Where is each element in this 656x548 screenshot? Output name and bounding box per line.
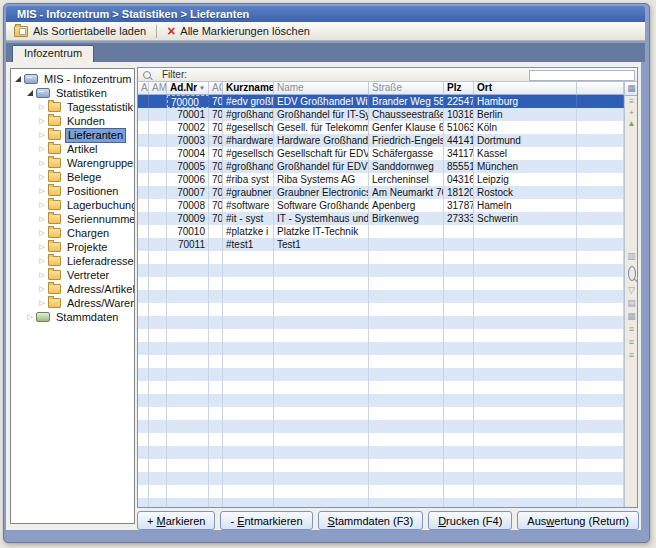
collapsed-arrow-icon[interactable]: ▷ [37,240,47,254]
table-row[interactable]: 7000270#gesellschGesell. für Telekommuni… [138,121,624,134]
table-row[interactable]: 7000570#großhandeGroßhandel für EDV Hutn… [138,160,624,173]
collapsed-arrow-icon[interactable]: ▷ [37,212,47,226]
empty-cell [444,498,474,507]
list-green-icon-3[interactable]: ≡ [625,349,638,362]
column-chooser-icon[interactable]: ▦ [625,82,638,96]
table-row[interactable]: 70011#test1Test1 [138,238,624,251]
tree-item-chargen[interactable]: ▷Chargen [11,226,134,240]
grid-layout-icon[interactable]: ▤ [625,297,638,310]
tree-item-projekte[interactable]: ▷Projekte [11,240,134,254]
scroll-up-icon[interactable]: ▲ [625,118,638,129]
list-green-icon-1[interactable]: ≡ [625,323,638,336]
cell-adnr: 70011 [167,238,209,251]
clear-marks-button[interactable]: × Alle Markierungen löschen [159,23,318,39]
collapsed-arrow-icon[interactable]: ▷ [37,296,47,310]
tree-item-label: Stammdaten [54,311,120,324]
empty-cell [138,394,149,407]
stammdaten-button[interactable]: Stammdaten (F3) [318,511,424,530]
empty-cell [474,342,577,355]
tree-item-tagesstatistik[interactable]: ▷Tagesstatistik [11,100,134,114]
columns-icon[interactable]: ▥ [625,250,638,263]
collapsed-arrow-icon[interactable]: ▷ [37,128,47,142]
empty-cell [167,394,209,407]
empty-cell [444,251,474,264]
column-header-ad-nr[interactable]: Ad.Nr▼ [167,82,209,95]
search-icon[interactable] [628,266,636,281]
collapsed-arrow-icon[interactable]: ▷ [37,268,47,282]
cell-strasse: Schäfergasse [369,147,444,160]
table-row[interactable]: 70010#platzke iPlatzke IT-Technik [138,225,624,238]
table-row[interactable]: 7000770#graubnerGraubner Electronics Gmb… [138,186,624,199]
table-row[interactable]: 7000470#gesellschGesellschaft für EDV - … [138,147,624,160]
tree-item-belege[interactable]: ▷Belege [11,170,134,184]
entmarkieren-button[interactable]: - Entmarkieren [220,511,312,530]
collapsed-arrow-icon[interactable]: ▷ [37,282,47,296]
tree-item-warengruppen[interactable]: ▷Warengruppen [11,156,134,170]
row-status-cell [138,160,149,173]
button-label-pre: Aus [527,515,546,527]
table-row[interactable]: 7000870#softwareSoftware Großhandel Lübk… [138,199,624,212]
column-header-name[interactable]: Name [274,82,369,95]
column-header-label: A [141,82,148,94]
load-table-icon [14,26,28,37]
scroll-plus-icon[interactable]: + [625,107,638,118]
list-green-icon-2[interactable]: ≡ [625,336,638,349]
column-header-ort[interactable]: Ort [474,82,577,95]
table-row[interactable]: 7000370#hardwareHardware Großhandel Dort… [138,134,624,147]
table-row[interactable]: 7000170#großhandeGroßhandel für IT-Syste… [138,108,624,121]
filter-input[interactable] [529,70,635,81]
tree-item-statistiken[interactable]: Statistiken [11,86,134,100]
tree-item-seriennummern[interactable]: ▷Seriennummern [11,212,134,226]
collapsed-arrow-icon[interactable]: ▷ [37,254,47,268]
collapsed-arrow-icon[interactable]: ▷ [37,156,47,170]
empty-cell [223,394,274,407]
tab-infozentrum[interactable]: Infozentrum [12,45,94,62]
tree-item-vertreter[interactable]: ▷Vertreter [11,268,134,282]
tree-item-lieferadressen[interactable]: ▷Lieferadressen [11,254,134,268]
collapsed-arrow-icon[interactable]: ▷ [37,226,47,240]
collapsed-arrow-icon[interactable]: ▷ [37,142,47,156]
column-header-a[interactable]: A [138,82,149,95]
markieren-button[interactable]: + Markieren [137,511,215,530]
column-header-am[interactable]: AM [149,82,167,95]
tree-item-lieferanten[interactable]: ▷Lieferanten [11,128,134,142]
tree-item-artikel[interactable]: ▷Artikel [11,142,134,156]
cell-am [149,238,167,251]
cell-strasse: Genfer Klause 62 [369,121,444,134]
cards-icon[interactable]: ▦ [625,310,638,323]
cell-ag: 70 [209,134,223,147]
scroll-lines-icon[interactable]: ≡ [625,96,638,107]
collapsed-arrow-icon[interactable]: ▷ [37,184,47,198]
grid-nav-icons: ≡+▲ [625,96,638,129]
tree-item-mis-infozentrum[interactable]: MIS - Infozentrum [11,72,134,86]
collapsed-arrow-icon[interactable]: ▷ [37,114,47,128]
auswertung-button[interactable]: Auswertung (Return) [517,511,639,530]
empty-cell [369,368,444,381]
table-row[interactable]: 7000070#edv großhEDV Großhandel Winkler … [138,95,624,108]
grid-scroll-strip[interactable]: ▦ ≡+▲ ▥▽▤▦≡≡≡ [624,82,638,507]
column-header-straße[interactable]: Straße [369,82,444,95]
collapsed-arrow-icon[interactable]: ▷ [37,170,47,184]
empty-cell [209,264,223,277]
cell-plz: 31787 [444,199,474,212]
tree-item-positionen[interactable]: ▷Positionen [11,184,134,198]
load-sort-table-button[interactable]: Als Sortiertabelle laden [6,23,154,39]
collapsed-arrow-icon[interactable]: ▷ [37,198,47,212]
column-header-kurzname[interactable]: Kurzname [223,82,274,95]
column-header-ag[interactable]: AG [209,82,223,95]
column-header-plz[interactable]: Plz [444,82,474,95]
tree-item-lagerbuchungen[interactable]: ▷Lagerbuchungen [11,198,134,212]
tree-item-stammdaten[interactable]: ▷Stammdaten [11,310,134,324]
filter-icon[interactable]: ▽ [625,284,638,297]
tree-item-adress-warengruppen[interactable]: ▷Adress/Warengruppen [11,296,134,310]
drucken-button[interactable]: Drucken (F4) [428,511,512,530]
table-row[interactable]: 7000670#riba systRiba Systems AGLercheni… [138,173,624,186]
table-row[interactable]: 7000970#it - systIT - Systemhaus und Gro… [138,212,624,225]
tree-item-adress-artikel[interactable]: ▷Adress/Artikel [11,282,134,296]
button-label-post: ntmarkieren [244,515,302,527]
empty-cell [274,472,369,485]
column-header-empty[interactable] [577,82,624,95]
tree-item-kunden[interactable]: ▷Kunden [11,114,134,128]
collapsed-arrow-icon[interactable]: ▷ [37,100,47,114]
collapsed-arrow-icon[interactable]: ▷ [25,310,35,324]
